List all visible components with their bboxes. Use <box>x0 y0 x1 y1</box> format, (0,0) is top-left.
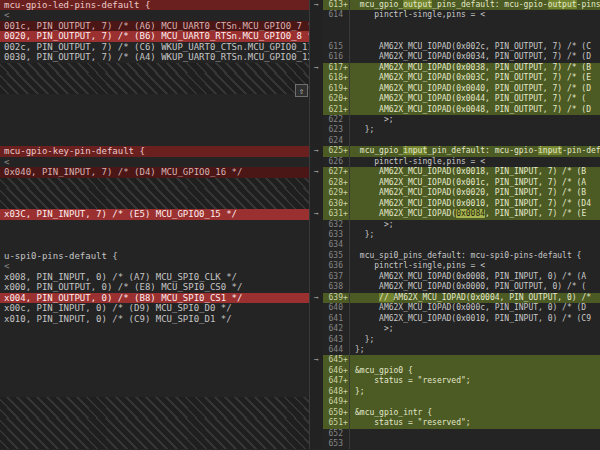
left-code-line[interactable]: x004, PIN_OUTPUT, 0) /* (B8) MCU_SPI0_CS… <box>0 293 310 303</box>
code-text: AM62X_MCU_IOPAD( <box>355 209 456 218</box>
right-code-line[interactable]: >; <box>350 115 600 125</box>
right-code-line[interactable]: }; <box>350 230 600 240</box>
right-code-line[interactable] <box>350 240 600 250</box>
right-code-line[interactable]: AM62X_MCU_IOPAD(0x0084, PIN_INPUT, 7) /*… <box>350 209 600 219</box>
right-code-line[interactable]: mcu_gpio_input_pin_default: mcu-gpio-inp… <box>350 146 600 156</box>
left-code-line <box>0 125 310 135</box>
diff-gutter: → <box>310 293 323 303</box>
right-code-line[interactable] <box>350 136 600 146</box>
left-code-line[interactable]: 0x040, PIN_INPUT, 7) /* (D4) MCU_GPIO0_1… <box>0 167 310 177</box>
code-text: -pins- <box>577 0 600 9</box>
change-arrow-icon[interactable]: → <box>314 167 319 176</box>
left-code-line[interactable]: mcu-gpio-led-pins-default { <box>0 0 310 10</box>
right-code-line[interactable]: AM62X_MCU_IOPAD(0x0040, PIN_OUTPUT, 7) /… <box>350 84 600 94</box>
right-code-line[interactable]: }; <box>350 387 600 397</box>
left-code-line[interactable]: x03C, PIN_INPUT, 7) /* (E5) MCU_GPIO0_15… <box>0 209 310 219</box>
right-code-line[interactable]: &mcu_gpio0 { <box>350 366 600 376</box>
right-code-line[interactable]: >; <box>350 324 600 334</box>
diff-gutter <box>310 220 323 230</box>
line-number-value: 632 <box>329 220 343 229</box>
right-code-line[interactable]: AM62X_MCU_IOPAD(0x0048, PIN_OUTPUT, 7) /… <box>350 105 600 115</box>
right-code-line[interactable]: AM62X_MCU_IOPAD(0x000c, PIN_INPUT, 0) /*… <box>350 303 600 313</box>
diff-gutter <box>310 21 323 31</box>
right-code-line[interactable]: status = "reserved"; <box>350 418 600 428</box>
left-code-line[interactable]: 001c, PIN_OUTPUT, 7) /* (A6) MCU_UART0_C… <box>0 21 310 31</box>
diff-gutter <box>310 376 323 386</box>
line-number-value: 626 <box>329 157 343 166</box>
left-code-line <box>0 94 310 104</box>
left-code-line <box>0 199 310 209</box>
added-line-marker: + <box>343 355 348 365</box>
right-code-line[interactable]: AM62X_MCU_IOPAD(0x0020, PIN_INPUT, 7) /*… <box>350 188 600 198</box>
right-code-line[interactable]: pinctrl-single,pins = < <box>350 157 600 167</box>
right-code-line[interactable]: AM62X_MCU_IOPAD(0x0010, PIN_INPUT, 0) /*… <box>350 314 600 324</box>
change-arrow-icon[interactable]: → <box>314 209 319 218</box>
left-code-line[interactable]: x00c, PIN_INPUT, 0) /* (D9) MCU_SPI0_D0 … <box>0 303 310 313</box>
line-number: 620+ <box>323 94 350 104</box>
right-code-line[interactable]: }; <box>350 125 600 135</box>
diff-row: x004, PIN_OUTPUT, 0) /* (B8) MCU_SPI0_CS… <box>0 293 600 303</box>
right-code-line[interactable]: &mcu_gpio_intr { <box>350 408 600 418</box>
right-code-line[interactable] <box>350 397 600 407</box>
right-code-line[interactable]: }; <box>350 335 600 345</box>
right-code-line[interactable]: AM62X_MCU_IOPAD(0x0008, PIN_INPUT, 0) /*… <box>350 272 600 282</box>
line-number-value: 613 <box>329 0 343 9</box>
left-code-line <box>0 387 310 397</box>
left-code-line[interactable]: < <box>0 261 310 271</box>
left-code-line[interactable]: < <box>0 10 310 20</box>
left-code-line[interactable]: x008, PIN_INPUT, 0) /* (A7) MCU_SPI0_CLK… <box>0 272 310 282</box>
left-code-line <box>0 366 310 376</box>
left-code-line[interactable]: u-spi0-pins-default { <box>0 251 310 261</box>
left-code-line[interactable]: < <box>0 157 310 167</box>
left-code-line[interactable]: 0020, PIN_OUTPUT, 7) /* (B6) MCU_UART0_R… <box>0 31 310 41</box>
right-code-line[interactable]: AM62X_MCU_IOPAD(0x002c, PIN_OUTPUT, 7) /… <box>350 42 600 52</box>
line-number-value: 620 <box>329 94 343 103</box>
right-code-line[interactable]: AM62X_MCU_IOPAD(0x0000, PIN_OUTPUT, 0) /… <box>350 282 600 292</box>
right-code-line[interactable]: AM62X_MCU_IOPAD(0x0018, PIN_INPUT, 7) /*… <box>350 167 600 177</box>
diff-gutter <box>310 439 323 449</box>
right-code-line[interactable]: AM62X_MCU_IOPAD(0x0044, PIN_OUTPUT, 7) /… <box>350 94 600 104</box>
right-code-line[interactable]: mcu_spi0_pins_default: mcu-spi0-pins-def… <box>350 251 600 261</box>
right-code-line[interactable]: mcu_gpio_output_pins_default: mcu-gpio-o… <box>350 0 600 10</box>
right-code-line[interactable] <box>350 355 600 365</box>
right-code-line[interactable]: >; <box>350 220 600 230</box>
right-code-line[interactable] <box>350 439 600 449</box>
right-code-line[interactable]: pinctrl-single,pins = < <box>350 10 600 20</box>
left-code-line[interactable]: mcu-gpio-key-pin-default { <box>0 146 310 156</box>
right-code-line[interactable]: AM62X_MCU_IOPAD(0x0010, PIN_INPUT, 7) /*… <box>350 199 600 209</box>
right-code-line[interactable]: }; <box>350 345 600 355</box>
line-number: 628+ <box>323 178 350 188</box>
added-line-marker: + <box>343 366 348 376</box>
line-number-value: 642 <box>329 324 343 333</box>
left-code-line[interactable]: x010, PIN_INPUT, 0) /* (C9) MCU_SPI0_D1 … <box>0 314 310 324</box>
diff-row: 630+ AM62X_MCU_IOPAD(0x0010, PIN_INPUT, … <box>0 199 600 209</box>
change-arrow-icon[interactable]: → <box>314 0 319 9</box>
added-line-marker: + <box>343 387 348 397</box>
left-code-line[interactable]: x000, PIN_OUTPUT, 0) /* (E8) MCU_SPI0_CS… <box>0 282 310 292</box>
line-number: 645+ <box>323 355 350 365</box>
diff-gutter <box>310 10 323 20</box>
right-code-line[interactable]: pinctrl-single,pins = < <box>350 261 600 271</box>
right-code-line[interactable] <box>350 429 600 439</box>
change-arrow-icon[interactable]: → <box>314 293 319 302</box>
line-number-value: 631 <box>329 209 343 218</box>
diff-gutter: → <box>310 63 323 73</box>
diff-row: 629+ AM62X_MCU_IOPAD(0x0020, PIN_INPUT, … <box>0 188 600 198</box>
diff-row: 0030, PIN_OUTPUT, 7) /* (A4) WKUP_UART0_… <box>0 52 600 62</box>
right-code-line[interactable]: AM62X_MCU_IOPAD(0x001c, PIN_INPUT, 7) /*… <box>350 178 600 188</box>
left-code-line[interactable]: 0030, PIN_OUTPUT, 7) /* (A4) WKUP_UART0_… <box>0 52 310 62</box>
scroll-up-change-button[interactable]: ⇧ <box>295 84 308 97</box>
line-number: 644 <box>323 345 350 355</box>
change-arrow-icon[interactable]: → <box>314 146 319 155</box>
right-code-line[interactable]: AM62X_MCU_IOPAD(0x0034, PIN_OUTPUT, 7) /… <box>350 52 600 62</box>
change-arrow-icon[interactable]: → <box>314 355 319 364</box>
diff-gutter <box>310 251 323 261</box>
right-code-line[interactable]: // AM62X_MCU_IOPAD(0x0004, PIN_OUTPUT, 0… <box>350 293 600 303</box>
right-code-line[interactable]: AM62X_MCU_IOPAD(0x003C, PIN_OUTPUT, 7) /… <box>350 73 600 83</box>
right-code-line[interactable]: AM62X_MCU_IOPAD(0x0038, PIN_OUTPUT, 7) /… <box>350 63 600 73</box>
change-arrow-icon[interactable]: → <box>314 63 319 72</box>
right-code-line[interactable]: status = "reserved"; <box>350 376 600 386</box>
diff-row: 621+ AM62X_MCU_IOPAD(0x0048, PIN_OUTPUT,… <box>0 105 600 115</box>
left-code-line[interactable]: 002c, PIN_OUTPUT, 7) /* (C6) WKUP_UART0_… <box>0 42 310 52</box>
line-number: 618+ <box>323 73 350 83</box>
